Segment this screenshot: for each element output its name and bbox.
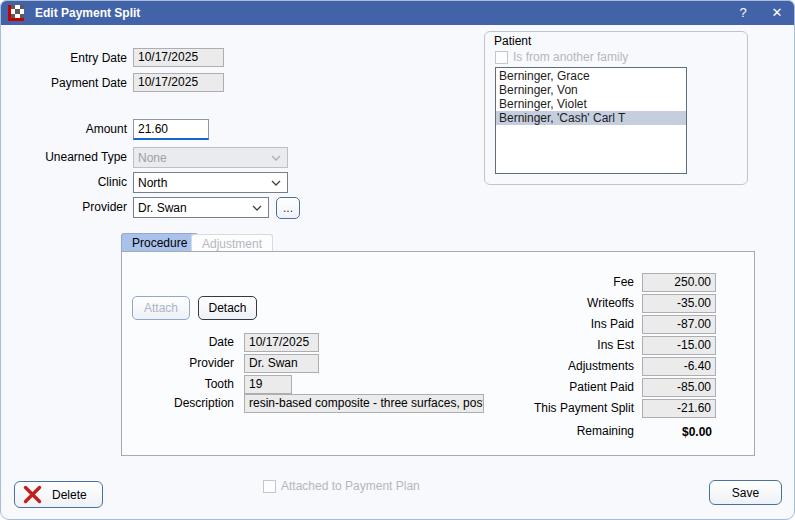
provider-value: Dr. Swan [138,201,187,215]
provider-more-button[interactable]: ... [276,197,300,219]
ins-est-field: -15.00 [642,336,716,355]
adjustments-label: Adjustments [481,356,634,377]
writeoffs-field: -35.00 [642,294,716,313]
list-item[interactable]: Berninger, Grace [496,69,686,83]
patient-paid-label: Patient Paid [481,377,634,398]
ins-paid-field: -87.00 [642,315,716,334]
clinic-label: Clinic [1,172,127,193]
patient-paid-field: -85.00 [642,378,716,397]
fee-field: 250.00 [642,273,716,292]
proc-provider-label: Provider [101,353,234,374]
delete-button[interactable]: Delete [14,481,103,508]
fee-label: Fee [481,272,634,293]
list-item[interactable]: Berninger, Von [496,83,686,97]
ins-paid-label: Ins Paid [481,314,634,335]
help-button[interactable]: ? [726,1,760,25]
payment-date-field: 10/17/2025 [133,73,224,92]
list-item-selected[interactable]: Berninger, 'Cash' Carl T [496,111,686,125]
proc-date-label: Date [101,332,234,353]
red-x-icon [22,485,43,504]
entry-date-label: Entry Date [1,48,127,69]
amount-input[interactable]: 21.60 [133,119,209,140]
tab-procedure[interactable]: Procedure [121,233,198,251]
writeoffs-label: Writeoffs [481,293,634,314]
patient-group-label: Patient [494,34,531,48]
attached-payment-plan-checkbox [263,480,276,493]
clinic-select[interactable]: North [133,172,288,193]
proc-description-field: resin-based composite - three surfaces, … [244,394,484,413]
titlebar: Edit Payment Split ? ✕ [1,1,794,25]
attached-payment-plan-label: Attached to Payment Plan [281,476,420,497]
adjustments-field: -6.40 [642,357,716,376]
provider-select[interactable]: Dr. Swan [133,197,269,218]
payment-date-label: Payment Date [1,73,127,94]
proc-tooth-label: Tooth [101,374,234,395]
window-title: Edit Payment Split [35,6,726,20]
provider-label: Provider [1,197,127,218]
this-payment-split-field: -21.60 [642,399,716,418]
ins-est-label: Ins Est [481,335,634,356]
clinic-value: North [138,176,167,190]
other-family-label: Is from another family [513,47,628,68]
edit-payment-split-dialog: Edit Payment Split ? ✕ Entry Date 10/17/… [0,0,795,520]
other-family-checkbox [495,51,508,64]
chevron-down-icon [252,205,262,211]
chevron-down-icon [271,155,281,161]
unearned-type-select: None [133,147,288,168]
app-icon [8,5,24,21]
save-button[interactable]: Save [709,480,782,505]
entry-date-field: 10/17/2025 [133,48,224,67]
patient-group: Patient Is from another family Berninger… [484,31,748,185]
proc-date-field: 10/17/2025 [244,333,319,352]
patient-listbox: Berninger, Grace Berninger, Von Berninge… [495,67,687,174]
proc-description-label: Description [101,393,234,414]
unearned-type-value: None [138,151,167,165]
close-button[interactable]: ✕ [760,1,794,25]
remaining-label: Remaining [481,421,634,442]
amount-label: Amount [1,119,127,140]
proc-tooth-field: 19 [244,375,292,394]
delete-button-label: Delete [52,488,87,502]
proc-provider-field: Dr. Swan [244,354,319,373]
list-item[interactable]: Berninger, Violet [496,97,686,111]
attach-button: Attach [132,296,190,320]
this-payment-split-label: This Payment Split [481,398,634,419]
detach-button[interactable]: Detach [198,296,257,320]
remaining-value: $0.00 [642,425,712,439]
unearned-type-label: Unearned Type [1,147,127,168]
tab-adjustment: Adjustment [191,234,273,251]
chevron-down-icon [271,180,281,186]
